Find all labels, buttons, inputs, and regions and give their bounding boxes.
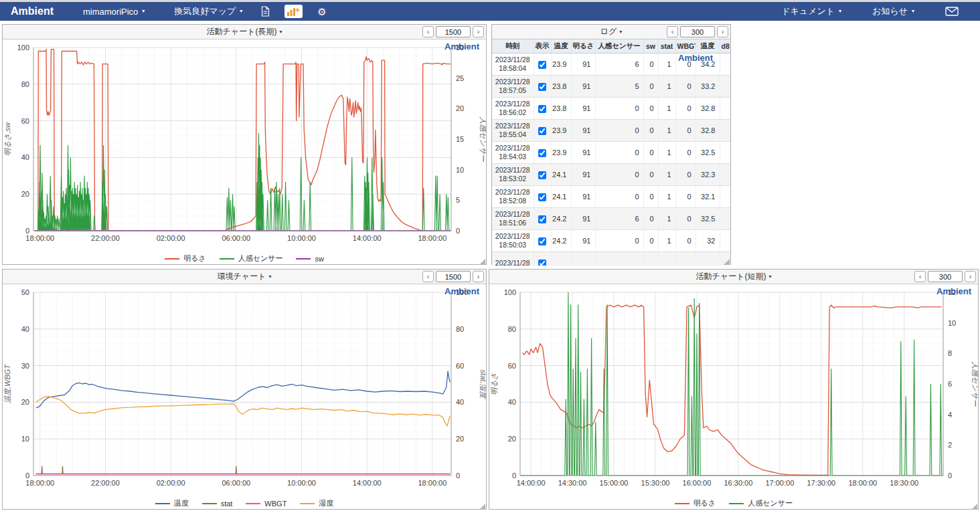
datapoints-input[interactable] bbox=[436, 271, 471, 282]
ambient-watermark: Ambient bbox=[444, 41, 479, 51]
page-prev-button[interactable]: ‹ bbox=[422, 26, 434, 37]
log-value-cell bbox=[696, 252, 720, 266]
log-value-cell bbox=[720, 120, 730, 142]
legend-item[interactable]: 明るさ bbox=[675, 498, 716, 508]
svg-text:17:30:00: 17:30:00 bbox=[807, 479, 835, 487]
log-value-cell: 24.1 bbox=[551, 164, 571, 186]
gear-icon[interactable]: ⚙ bbox=[317, 7, 326, 17]
log-visible-checkbox[interactable] bbox=[538, 149, 546, 157]
svg-text:10:00:00: 10:00:00 bbox=[287, 234, 316, 242]
svg-text:20: 20 bbox=[508, 435, 516, 443]
document-icon[interactable] bbox=[261, 6, 270, 17]
datapoints-input[interactable] bbox=[928, 271, 963, 282]
resize-handle[interactable] bbox=[971, 504, 977, 510]
log-visible-cell bbox=[534, 208, 551, 230]
svg-text:17:00:00: 17:00:00 bbox=[765, 479, 794, 487]
log-visible-checkbox[interactable] bbox=[538, 61, 546, 69]
page-prev-button[interactable]: ‹ bbox=[667, 26, 678, 37]
panel-title-env[interactable]: 環境チャート ▾ bbox=[3, 270, 486, 284]
svg-text:18:00:00: 18:00:00 bbox=[848, 479, 877, 487]
svg-text:60: 60 bbox=[456, 362, 464, 370]
nav-map-menu[interactable]: 換気良好マップ ▾ bbox=[174, 5, 242, 17]
log-value-cell: 0 bbox=[595, 120, 643, 142]
activity-short-chart: 14:00:0014:30:0015:00:0015:30:0016:00:00… bbox=[489, 284, 978, 496]
log-value-cell: 32.1 bbox=[696, 186, 720, 208]
log-value-cell bbox=[658, 252, 675, 266]
log-value-cell: 91 bbox=[571, 208, 595, 230]
datapoints-input[interactable] bbox=[680, 26, 715, 37]
legend-item[interactable]: 明るさ bbox=[165, 253, 206, 264]
svg-text:0: 0 bbox=[948, 472, 952, 480]
legend-item[interactable]: 温度 bbox=[155, 498, 189, 508]
legend-item[interactable]: stat bbox=[202, 498, 233, 508]
legend-label: 温度 bbox=[174, 498, 189, 508]
log-row: 2023/11/2818:53:0224.191001032.3 bbox=[492, 164, 730, 186]
nav-channel-menu[interactable]: mimamoriPico ▾ bbox=[83, 7, 145, 17]
panel-title-activity-short[interactable]: 活動チャート(短期) ▾ bbox=[489, 270, 978, 284]
log-value-cell: 0 bbox=[643, 230, 658, 252]
page-next-button[interactable]: › bbox=[473, 26, 484, 37]
svg-text:15:30:00: 15:30:00 bbox=[641, 479, 670, 487]
page-next-button[interactable]: › bbox=[965, 271, 976, 282]
legend-label: stat bbox=[221, 500, 233, 508]
page-next-button[interactable]: › bbox=[473, 271, 484, 282]
page-prev-button[interactable]: ‹ bbox=[422, 271, 434, 282]
resize-handle[interactable] bbox=[724, 259, 730, 265]
log-visible-checkbox[interactable] bbox=[538, 171, 546, 179]
svg-text:100: 100 bbox=[17, 43, 29, 51]
panel-title-activity-long[interactable]: 活動チャート(長期) ▾ bbox=[3, 25, 486, 39]
svg-text:5: 5 bbox=[456, 196, 460, 204]
log-timestamp: 2023/11/2818:57:05 bbox=[492, 76, 534, 98]
brand-logo[interactable]: Ambient bbox=[11, 5, 54, 17]
ambient-watermark: Ambient bbox=[444, 286, 479, 296]
resize-handle[interactable] bbox=[479, 504, 485, 510]
log-visible-checkbox[interactable] bbox=[538, 83, 546, 91]
log-value-cell: 23.9 bbox=[551, 142, 571, 164]
svg-text:0: 0 bbox=[456, 227, 460, 235]
svg-text:明るさ,sw: 明るさ,sw bbox=[3, 122, 11, 156]
nav-docs-menu[interactable]: ドキュメント ▾ bbox=[781, 5, 841, 17]
log-visible-checkbox[interactable] bbox=[538, 127, 546, 135]
nav-news-label: お知らせ bbox=[872, 5, 908, 17]
legend-item[interactable]: WBGT bbox=[246, 498, 287, 508]
svg-text:14:30:00: 14:30:00 bbox=[558, 479, 587, 487]
log-visible-checkbox[interactable] bbox=[538, 215, 546, 223]
svg-text:15:00:00: 15:00:00 bbox=[600, 479, 629, 487]
legend-item[interactable]: 湿度 bbox=[300, 498, 333, 508]
log-value-cell: 32.8 bbox=[696, 98, 720, 120]
log-value-cell: 0 bbox=[675, 98, 696, 120]
svg-text:20: 20 bbox=[21, 398, 29, 406]
svg-text:20: 20 bbox=[456, 104, 464, 112]
log-visible-checkbox[interactable] bbox=[538, 105, 546, 113]
legend-label: 明るさ bbox=[183, 253, 206, 264]
svg-text:15: 15 bbox=[456, 135, 464, 143]
log-value-cell bbox=[720, 142, 730, 164]
envelope-icon[interactable] bbox=[945, 7, 959, 16]
legend-item[interactable]: 人感センサー bbox=[729, 498, 793, 508]
page-next-button[interactable]: › bbox=[717, 26, 728, 37]
svg-text:60: 60 bbox=[21, 117, 29, 125]
log-visible-checkbox[interactable] bbox=[538, 237, 546, 245]
legend-item[interactable]: 人感センサー bbox=[220, 253, 283, 264]
svg-text:14:00:00: 14:00:00 bbox=[353, 234, 382, 242]
log-value-cell: 91 bbox=[571, 54, 595, 76]
nav-news-menu[interactable]: お知らせ ▾ bbox=[872, 5, 914, 17]
panel-title-label: 活動チャート(長期) bbox=[207, 26, 277, 37]
log-value-cell: 0 bbox=[595, 230, 643, 252]
datapoints-input[interactable] bbox=[436, 26, 471, 37]
log-visible-checkbox[interactable] bbox=[538, 260, 546, 266]
legend-label: 明るさ bbox=[693, 498, 716, 508]
log-visible-cell bbox=[534, 186, 551, 208]
legend-item[interactable]: sw bbox=[296, 253, 323, 264]
resize-handle[interactable] bbox=[479, 259, 485, 265]
chevron-down-icon: ▾ bbox=[768, 274, 771, 280]
add-chart-button[interactable] bbox=[284, 5, 303, 18]
log-visible-checkbox[interactable] bbox=[538, 193, 546, 201]
log-column-header: 表示 bbox=[534, 39, 551, 54]
chart-legend: 温度statWBGT湿度 bbox=[3, 498, 486, 508]
log-row: 2023/11/2818:52:0824.191001032.1 bbox=[492, 186, 730, 208]
log-row: 2023/11/28 bbox=[492, 252, 730, 266]
svg-text:18:30:00: 18:30:00 bbox=[890, 479, 918, 487]
log-value-cell: 0 bbox=[595, 186, 643, 208]
page-prev-button[interactable]: ‹ bbox=[914, 271, 926, 282]
